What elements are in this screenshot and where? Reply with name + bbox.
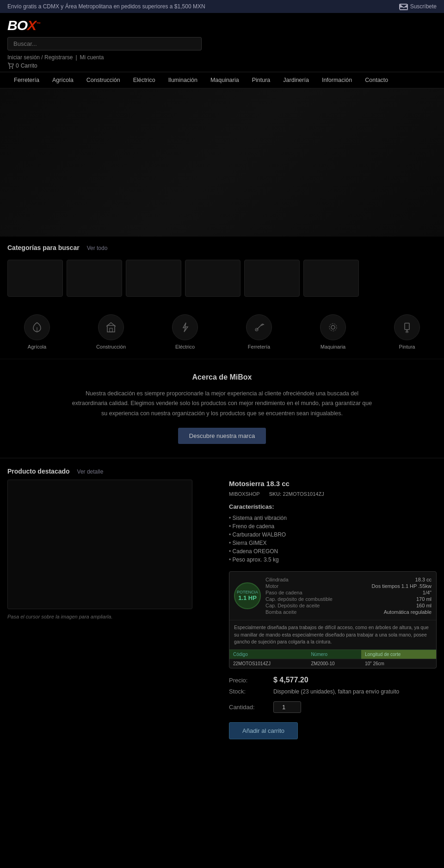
login-link[interactable]: Iniciar sesión / Registrarse — [7, 54, 73, 61]
col-numero: Número — [307, 650, 361, 659]
category-item-6[interactable] — [303, 260, 359, 297]
spec-card: POTENCIA 1.1 HP Cilindrada 18.3 cc Motor… — [229, 571, 437, 668]
cart-icon — [7, 62, 14, 69]
logo[interactable]: BOX™ — [7, 18, 40, 33]
nav-item-maquinaria[interactable]: Maquinaria — [204, 72, 246, 88]
potencia-badge: POTENCIA 1.1 HP — [234, 582, 261, 609]
categories-header: Categorías para buscar Ver todo — [7, 244, 437, 251]
spec-card-header: POTENCIA 1.1 HP Cilindrada 18.3 cc Motor… — [229, 572, 436, 620]
category-item-1[interactable] — [7, 260, 63, 297]
mail-icon — [399, 4, 407, 10]
category-item-3[interactable] — [126, 260, 181, 297]
zoom-note: Pasa el cursor sobre la imagen para ampl… — [7, 614, 215, 619]
about-section: Acerca de MiBox Nuestra dedicación es si… — [0, 359, 444, 458]
price-area: Precio: $ 4,577.20 Stock: Disponible (23… — [229, 676, 437, 739]
productos-header: Producto destacado Ver detalle — [7, 468, 437, 475]
categories-title: Categorías para buscar — [7, 244, 80, 251]
category-item-4[interactable] — [185, 260, 240, 297]
header-nav-top: Iniciar sesión / Registrarse | Mi cuenta — [7, 54, 437, 61]
cart-label: Carrito — [21, 62, 37, 69]
building-icon — [105, 321, 117, 334]
productos-section: Producto destacado Ver detalle Pasa el c… — [0, 458, 444, 758]
header: BOX™ Iniciar sesión / Registrarse | Mi c… — [0, 13, 444, 69]
price-label: Precio: — [229, 677, 266, 684]
cat-pintura-label: Pintura — [399, 344, 415, 350]
spec-rows: Cilindrada 18.3 cc Motor Dos tiempos 1.1… — [265, 576, 432, 615]
cat-maquinaria-label: Maquinaria — [321, 344, 345, 350]
about-text: Nuestra dedicación es siempre proporcion… — [72, 389, 372, 418]
spec-row-4: Cap. Depósito de aceite 160 ml — [265, 602, 432, 609]
code-numero: ZM2000-10 — [307, 659, 361, 668]
nav-item-construccion[interactable]: Construcción — [80, 72, 127, 88]
cat-icon-electrico-circle — [172, 314, 198, 340]
feature-5: Cadena OREGON — [229, 547, 437, 556]
price-row: Precio: $ 4,577.20 — [229, 676, 437, 684]
nav-item-electrico[interactable]: Eléctrico — [127, 72, 162, 88]
nav-item-informacion[interactable]: Información — [315, 72, 358, 88]
subscribe-button[interactable]: Suscríbete — [399, 3, 437, 10]
svg-rect-0 — [400, 4, 407, 10]
feature-1: Sistema anti vibración — [229, 514, 437, 522]
cat-icon-maquinaria-circle — [320, 314, 346, 340]
nav-item-ferreteria[interactable]: Ferretería — [7, 72, 46, 88]
category-item-5[interactable] — [244, 260, 300, 297]
price-value: $ 4,577.20 — [273, 676, 308, 684]
main-nav: Ferretería Agrícola Construcción Eléctri… — [0, 72, 444, 88]
svg-rect-4 — [107, 325, 115, 332]
logo-area: BOX™ — [7, 18, 437, 33]
mi-cuenta-link[interactable]: Mi cuenta — [80, 54, 104, 61]
quantity-input[interactable] — [273, 701, 301, 713]
bolt-icon — [179, 321, 191, 334]
nav-item-iluminacion[interactable]: Iluminación — [162, 72, 204, 88]
cat-construccion-label: Construcción — [96, 344, 126, 350]
category-grid — [7, 256, 437, 300]
spec-row-5: Bomba aceite Automática regulable — [265, 609, 432, 615]
cat-icon-electrico[interactable]: Eléctrico — [148, 310, 222, 354]
spec-codes-header-row: Código Número Longitud de corte — [229, 650, 436, 659]
nav-item-pintura[interactable]: Pintura — [246, 72, 277, 88]
cat-agricola-label: Agrícola — [28, 344, 46, 350]
header-row2: 0 Carrito — [7, 62, 437, 69]
nav-item-contacto[interactable]: Contacto — [358, 72, 395, 88]
descubre-button[interactable]: Descubre nuestra marca — [178, 428, 266, 444]
category-item-2[interactable] — [67, 260, 122, 297]
spec-codes-table: Código Número Longitud de corte 22MOTOS1… — [229, 649, 436, 668]
stock-value: Disponible (23 unidades), faltan para en… — [273, 688, 399, 695]
feature-3: Carburador WALBRO — [229, 531, 437, 539]
sku-label: SKU: — [269, 491, 282, 497]
nav-item-jardineria[interactable]: Jardinería — [277, 72, 315, 88]
categories-ver-todo[interactable]: Ver todo — [87, 245, 108, 251]
qty-row: Cantidad: — [229, 701, 437, 713]
productos-ver-detalle[interactable]: Ver detalle — [77, 468, 104, 475]
nav-item-agricola[interactable]: Agrícola — [46, 72, 80, 88]
cat-icon-construccion[interactable]: Construcción — [74, 310, 148, 354]
col-longitud: Longitud de corte — [361, 650, 436, 659]
cat-icon-ferreteria[interactable]: Ferretería — [222, 310, 296, 354]
caracteristicas-title: Características: — [229, 503, 437, 510]
spec-row-1: Motor Dos tiempos 1.1 HP .55kw — [265, 583, 432, 589]
cat-icon-pintura[interactable]: Pintura — [370, 310, 444, 354]
cat-icon-agricola[interactable]: Agrícola — [0, 310, 74, 354]
about-title: Acerca de MiBox — [28, 373, 416, 381]
spec-row-0: Cilindrada 18.3 cc — [265, 576, 432, 583]
cat-icon-maquinaria[interactable]: Maquinaria — [296, 310, 370, 354]
feature-2: Freno de cadena — [229, 522, 437, 531]
qty-label: Cantidad: — [229, 704, 266, 711]
search-input[interactable] — [7, 37, 202, 50]
spec-note: Especialmente diseñada para trabajos de … — [229, 620, 436, 649]
stock-label: Stock: — [229, 688, 266, 695]
code-codigo: 22MOTOS1014ZJ — [229, 659, 307, 668]
banner-text: Envío gratis a CDMX y Área Metropolitana… — [7, 3, 205, 10]
cat-ferreteria-label: Ferretería — [248, 344, 270, 350]
product-detail: Pasa el cursor sobre la imagen para ampl… — [7, 480, 437, 749]
spec-row-2: Paso de cadena 1/4" — [265, 589, 432, 596]
cart-area[interactable]: 0 Carrito — [7, 62, 37, 69]
svg-rect-9 — [405, 323, 409, 330]
add-to-cart-button[interactable]: Añadir al carrito — [229, 722, 298, 739]
stock-row: Stock: Disponible (23 unidades), faltan … — [229, 688, 437, 695]
potencia-value: 1.1 HP — [238, 594, 257, 601]
sku-value: 22MOTOS1014ZJ — [283, 491, 324, 497]
product-meta: MIBOXSHOP SKU: 22MOTOS1014ZJ — [229, 491, 437, 497]
product-info: Motosierra 18.3 cc MIBOXSHOP SKU: 22MOTO… — [224, 480, 437, 739]
svg-point-7 — [331, 325, 335, 329]
